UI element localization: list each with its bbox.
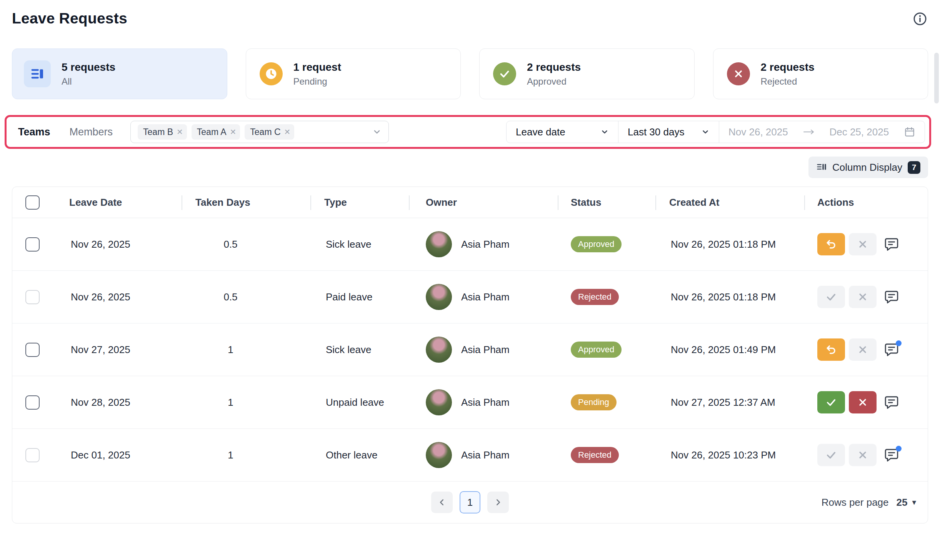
list-icon xyxy=(24,60,51,87)
date-field-value: Leave date xyxy=(516,126,565,138)
row-checkbox[interactable] xyxy=(25,290,40,304)
type-cell: Other leave xyxy=(310,429,409,481)
leave-date-cell: Nov 27, 2025 xyxy=(58,323,182,376)
owner-name: Asia Pham xyxy=(461,344,510,356)
leave-date-cell: Dec 01, 2025 xyxy=(58,429,182,481)
tab-teams[interactable]: Teams xyxy=(18,126,50,138)
status-badge: Approved xyxy=(571,236,622,252)
row-checkbox[interactable] xyxy=(25,395,40,410)
row-checkbox[interactable] xyxy=(25,343,40,357)
date-to: Dec 25, 2025 xyxy=(829,126,889,138)
teams-multiselect[interactable]: Team B ✕ Team A ✕ Team C ✕ xyxy=(130,121,389,143)
date-from: Nov 26, 2025 xyxy=(728,126,788,138)
avatar xyxy=(426,337,452,363)
approve-button[interactable] xyxy=(817,444,845,466)
card-count: 1 request xyxy=(293,61,342,73)
type-cell: Sick leave xyxy=(310,323,409,376)
leave-requests-table: Leave Date Taken Days Type Owner Status … xyxy=(12,187,928,523)
avatar xyxy=(426,442,452,468)
status-badge: Pending xyxy=(571,394,617,410)
comment-button[interactable] xyxy=(880,391,903,413)
rows-per-page-label: Rows per page xyxy=(822,497,889,508)
column-header-status: Status xyxy=(558,187,655,218)
type-cell: Unpaid leave xyxy=(310,376,409,428)
reject-button[interactable] xyxy=(849,444,877,466)
date-filter-group: Leave date Last 30 days Nov 26, 2025 Dec… xyxy=(506,121,925,143)
page-number-button[interactable]: 1 xyxy=(460,491,480,513)
column-display-label: Column Display xyxy=(832,162,902,173)
page-header: Leave Requests xyxy=(12,10,928,35)
caret-down-icon: ▾ xyxy=(912,498,916,507)
type-cell: Paid leave xyxy=(310,271,409,323)
date-range-picker[interactable]: Nov 26, 2025 Dec 25, 2025 xyxy=(719,121,925,143)
table-footer: 1 Rows per page 25 ▾ xyxy=(12,482,928,523)
owner-name: Asia Pham xyxy=(461,291,510,303)
summary-card-rejected[interactable]: 2 requests Rejected xyxy=(713,48,928,99)
row-checkbox[interactable] xyxy=(25,237,40,252)
scrollbar[interactable] xyxy=(934,53,939,103)
column-header-owner: Owner xyxy=(409,187,558,218)
remove-tag-icon[interactable]: ✕ xyxy=(284,128,291,136)
reject-button[interactable] xyxy=(849,391,877,413)
unread-comment-dot xyxy=(896,446,902,452)
team-tag: Team A ✕ xyxy=(192,124,240,140)
rows-per-page-value: 25 xyxy=(897,497,908,508)
date-preset-select[interactable]: Last 30 days xyxy=(618,121,719,143)
next-page-button[interactable] xyxy=(487,492,509,513)
taken-days-cell: 1 xyxy=(182,376,310,428)
column-header-leave-date: Leave Date xyxy=(58,187,182,218)
approve-button[interactable] xyxy=(817,286,845,308)
summary-cards: 5 requests All 1 request Pending 2 reque… xyxy=(12,48,928,99)
remove-tag-icon[interactable]: ✕ xyxy=(230,128,237,136)
column-display-button[interactable]: Column Display 7 xyxy=(808,157,928,178)
card-label: All xyxy=(62,76,115,87)
status-badge: Rejected xyxy=(571,289,619,305)
team-tag-label: Team C xyxy=(250,127,280,137)
column-header-created-at: Created At xyxy=(655,187,804,218)
approve-button[interactable] xyxy=(817,391,845,413)
owner-name: Asia Pham xyxy=(461,238,510,250)
created-at-cell: Nov 27, 2025 12:37 AM xyxy=(655,376,804,428)
info-icon[interactable] xyxy=(912,11,928,27)
created-at-cell: Nov 26, 2025 10:23 PM xyxy=(655,429,804,481)
undo-approval-button[interactable] xyxy=(817,338,845,361)
team-tag: Team C ✕ xyxy=(245,124,294,140)
comment-button[interactable] xyxy=(880,233,903,255)
rows-per-page-select[interactable]: Rows per page 25 ▾ xyxy=(822,497,916,508)
date-field-select[interactable]: Leave date xyxy=(507,121,618,143)
column-count-badge: 7 xyxy=(908,161,920,174)
select-all-checkbox[interactable] xyxy=(25,195,40,210)
filters-bar: Teams Members Team B ✕ Team A ✕ Team C ✕… xyxy=(12,115,928,149)
reject-button[interactable] xyxy=(849,338,877,361)
check-icon xyxy=(493,62,516,85)
card-label: Approved xyxy=(527,76,581,87)
card-count: 5 requests xyxy=(62,61,115,73)
column-header-actions: Actions xyxy=(804,187,928,218)
reject-button[interactable] xyxy=(849,233,877,255)
reject-button[interactable] xyxy=(849,286,877,308)
date-preset-value: Last 30 days xyxy=(628,126,684,138)
column-header-taken-days: Taken Days xyxy=(182,187,310,218)
taken-days-cell: 1 xyxy=(182,323,310,376)
comment-button[interactable] xyxy=(880,444,903,466)
summary-card-approved[interactable]: 2 requests Approved xyxy=(479,48,695,99)
summary-card-pending[interactable]: 1 request Pending xyxy=(246,48,461,99)
comment-button[interactable] xyxy=(880,286,903,308)
table-row: Nov 26, 2025 0.5 Paid leave Asia Pham Re… xyxy=(12,271,928,323)
owner-name: Asia Pham xyxy=(461,449,510,461)
taken-days-cell: 0.5 xyxy=(182,218,310,270)
created-at-cell: Nov 26, 2025 01:18 PM xyxy=(655,218,804,270)
chevron-down-icon[interactable] xyxy=(372,127,382,137)
remove-tag-icon[interactable]: ✕ xyxy=(177,128,183,136)
comment-button[interactable] xyxy=(880,338,903,361)
row-checkbox[interactable] xyxy=(25,448,40,462)
previous-page-button[interactable] xyxy=(431,492,453,513)
calendar-icon xyxy=(904,126,915,138)
x-icon xyxy=(727,62,750,85)
team-tag-label: Team B xyxy=(143,127,173,137)
tab-members[interactable]: Members xyxy=(70,126,113,138)
summary-card-all[interactable]: 5 requests All xyxy=(12,48,227,99)
page-title: Leave Requests xyxy=(12,10,127,27)
undo-approval-button[interactable] xyxy=(817,233,845,255)
taken-days-cell: 0.5 xyxy=(182,271,310,323)
